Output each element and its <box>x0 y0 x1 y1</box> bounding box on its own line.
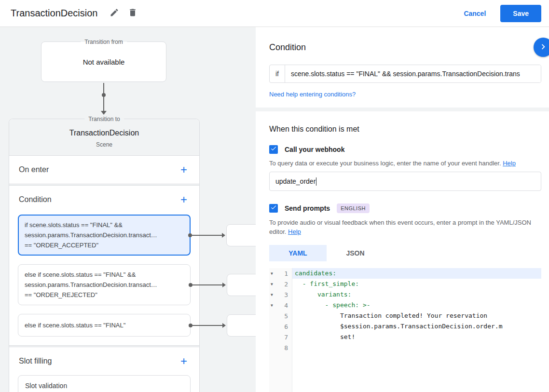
scene-header: TransactionDecision Scene <box>9 119 199 156</box>
connector-dot <box>189 283 192 287</box>
webhook-name-input[interactable]: update_order <box>269 172 541 191</box>
connector-dot <box>189 324 192 327</box>
tab-yaml[interactable]: YAML <box>269 245 327 261</box>
editor-gutter <box>269 353 292 392</box>
condition-text: == "ORDER_ACCEPTED" <box>25 240 184 250</box>
condition-text: session.params.TransactionDecision.trans… <box>25 280 184 290</box>
condition-text: else if scene.slots.status == "FINAL" <box>25 320 184 330</box>
main-split: Transition from Not available Transition… <box>0 27 549 392</box>
prompts-help-link[interactable]: Help <box>288 228 301 235</box>
code-text[interactable] <box>292 342 541 353</box>
condition-text: if scene.slots.status == "FINAL" && <box>25 220 184 230</box>
transition-from-label: Transition from <box>81 38 127 46</box>
webhook-helper-text: To query data or execute your business l… <box>269 159 541 168</box>
inspector-main-section: When this condition is met Call your web… <box>256 111 549 392</box>
flow-connector-dot <box>102 93 106 97</box>
edit-scene-button[interactable] <box>106 5 123 22</box>
panel-divider <box>256 108 549 111</box>
yaml-editor[interactable]: ▼ 1 candidates: ▼ 2 - first_simple: <box>269 268 541 392</box>
editor-tabs: YAML JSON <box>269 245 541 261</box>
collapse-panel-button[interactable] <box>534 38 549 57</box>
when-condition-met-title: When this condition is met <box>269 125 541 134</box>
condition-text: == "ORDER_REJECTED" <box>25 290 184 300</box>
text-caret <box>316 177 316 186</box>
add-slot-button[interactable]: + <box>178 355 190 367</box>
line-number: 3 <box>284 291 288 298</box>
line-number: 8 <box>284 344 288 351</box>
arrow-down-icon <box>101 111 107 115</box>
fold-toggle-icon[interactable]: ▼ <box>271 282 273 286</box>
code-text[interactable]: - first_simple: <box>292 279 541 289</box>
page-title: TransactionDecision <box>11 8 97 19</box>
add-on-enter-button[interactable]: + <box>178 164 190 176</box>
webhook-label: Call your webhook <box>285 146 344 153</box>
line-number: 5 <box>284 312 288 320</box>
prompts-checkbox-row[interactable]: Send prompts ENGLISH <box>269 203 541 213</box>
editor-gutter: ▼ 3 <box>269 289 292 300</box>
app-window: TransactionDecision Cancel Save Transiti… <box>0 0 549 392</box>
on-enter-label: On enter <box>19 165 49 174</box>
condition-card-rejected[interactable]: else if scene.slots.status == "FINAL" &&… <box>18 264 191 305</box>
conditions-help-link[interactable]: Need help entering conditions? <box>269 91 356 98</box>
delete-scene-button[interactable] <box>124 5 141 22</box>
condition-expression-group: if <box>269 65 541 83</box>
connector-line <box>192 235 222 236</box>
code-line: ▼ 1 candidates: <box>269 268 541 279</box>
cancel-button[interactable]: Cancel <box>464 10 486 17</box>
webhook-name-value: update_order <box>275 177 316 185</box>
arrow-right-icon <box>222 323 226 328</box>
code-line: 5 Transaction completed! Your reservatio… <box>269 311 541 321</box>
condition-card-final[interactable]: else if scene.slots.status == "FINAL" <box>18 314 191 337</box>
transition-target-box[interactable] <box>226 224 256 246</box>
condition-list: if scene.slots.status == "FINAL" && sess… <box>9 214 199 337</box>
line-number: 6 <box>284 323 288 330</box>
code-line: 6 $session.params.TransactionDecision.or… <box>269 321 541 332</box>
tab-json[interactable]: JSON <box>327 245 384 261</box>
fold-toggle-icon[interactable]: ▼ <box>271 293 273 297</box>
prompts-helper-text: To provide audio or visual feedback when… <box>269 218 541 236</box>
fold-toggle-icon[interactable]: ▼ <box>271 271 273 276</box>
scene-canvas: Transition from Not available Transition… <box>0 27 256 392</box>
add-condition-button[interactable]: + <box>178 194 190 205</box>
inspector-top-section: Condition if Need help entering conditio… <box>256 27 549 108</box>
editor-empty-space[interactable] <box>292 353 541 392</box>
transition-to-node: Transition to TransactionDecision Scene … <box>9 119 200 392</box>
condition-section-label: Condition <box>19 195 52 204</box>
editor-gutter: 5 <box>269 311 292 321</box>
condition-inspector-panel: Condition if Need help entering conditio… <box>256 27 549 392</box>
webhook-checkbox[interactable] <box>269 145 278 154</box>
code-text[interactable]: variants: <box>292 289 541 300</box>
condition-text: else if scene.slots.status == "FINAL" && <box>25 270 184 280</box>
fold-toggle-icon[interactable]: ▼ <box>271 303 273 308</box>
code-text[interactable]: $session.params.TransactionDecision.orde… <box>292 321 541 332</box>
inspector-header: Condition <box>269 38 541 57</box>
slot-validation-card[interactable]: Slot validation <box>18 375 191 392</box>
editor-gutter: ▼ 4 <box>269 300 292 311</box>
webhook-help-link[interactable]: Help <box>503 160 516 167</box>
editor-gutter: 8 <box>269 342 292 353</box>
code-text[interactable]: candidates: <box>292 268 541 279</box>
webhook-helper-body: To query data or execute your business l… <box>269 160 501 167</box>
prompts-label: Send prompts <box>285 204 330 212</box>
line-number: 2 <box>284 281 288 288</box>
chevron-right-icon <box>538 41 549 54</box>
line-number: 1 <box>284 270 288 277</box>
line-number: 4 <box>284 302 288 309</box>
condition-expression-input[interactable] <box>285 65 541 82</box>
editor-gutter: 7 <box>269 332 292 342</box>
webhook-checkbox-row[interactable]: Call your webhook <box>269 145 541 154</box>
transition-target-box[interactable] <box>227 314 256 337</box>
code-text[interactable]: set! <box>292 332 541 342</box>
code-text[interactable]: - speech: >- <box>292 300 541 311</box>
code-text[interactable]: Transaction completed! Your reservation <box>292 311 541 321</box>
scene-name: TransactionDecision <box>9 129 199 137</box>
prompts-checkbox[interactable] <box>269 204 278 213</box>
on-enter-section-row: On enter + <box>9 156 199 184</box>
transition-target-box[interactable] <box>227 274 256 296</box>
save-button[interactable]: Save <box>500 5 541 22</box>
if-prefix-label: if <box>270 65 285 82</box>
code-line: ▼ 4 - speech: >- <box>269 300 541 311</box>
connector-line <box>192 325 223 326</box>
top-bar: TransactionDecision Cancel Save <box>0 0 549 27</box>
condition-card-accepted[interactable]: if scene.slots.status == "FINAL" && sess… <box>18 215 191 256</box>
